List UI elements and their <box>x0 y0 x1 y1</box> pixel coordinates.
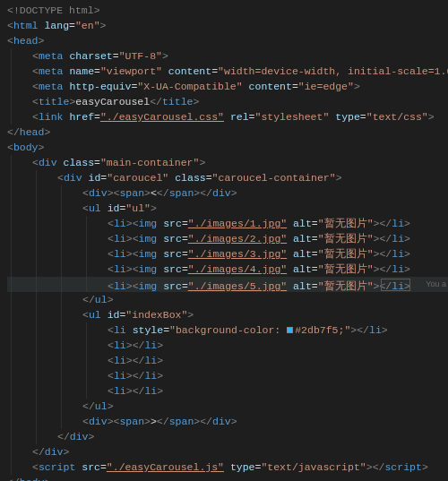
code-line[interactable]: </head> <box>7 125 448 140</box>
code-line[interactable]: <meta http-equiv="X-UA-Compatible" conte… <box>7 79 448 94</box>
code-line[interactable]: <li></li> <box>7 338 448 353</box>
code-line[interactable]: <div id="caroucel" class="caroucel-conta… <box>7 170 448 185</box>
code-line[interactable]: </div> <box>7 429 448 444</box>
code-line[interactable]: <li></li> <box>7 368 448 383</box>
code-line[interactable]: </ul> <box>7 399 448 414</box>
code-line[interactable]: <!DOCTYPE html> <box>7 3 448 18</box>
code-line[interactable]: <ul id="ul"> <box>7 201 448 216</box>
code-line[interactable]: <div><span>></span></div> <box>7 414 448 429</box>
code-line[interactable]: <li></li> <box>7 383 448 399</box>
code-line[interactable]: <li><img src="./images/5.jpg" alt="暂无图片"… <box>7 277 448 292</box>
code-line[interactable]: <meta charset="UTF-8"> <box>7 48 448 64</box>
code-line[interactable]: </body> <box>7 475 448 481</box>
code-line[interactable]: <body> <box>7 140 448 155</box>
code-editor[interactable]: <!DOCTYPE html><html lang="en"><head><me… <box>0 0 448 481</box>
code-line[interactable]: <li style="background-color: #2db7f5;"><… <box>7 322 448 338</box>
code-line[interactable]: <script src="./easyCarousel.js" type="te… <box>7 460 448 475</box>
code-line[interactable]: <li><img src="./images/2.jpg" alt="暂无图片"… <box>7 231 448 246</box>
code-line[interactable]: </ul> <box>7 292 448 307</box>
code-line[interactable]: <div class="main-container"> <box>7 155 448 170</box>
minimap-hint: You a <box>426 277 446 292</box>
code-line[interactable]: <div><span><</span></div> <box>7 185 448 201</box>
code-line[interactable]: <li><img src="./images/3.jpg" alt="暂无图片"… <box>7 246 448 262</box>
code-line[interactable]: <html lang="en"> <box>7 18 448 33</box>
code-line[interactable]: <ul id="indexBox"> <box>7 307 448 322</box>
code-line[interactable]: </div> <box>7 444 448 460</box>
code-line[interactable]: <meta name="viewport" content="width=dev… <box>7 64 448 79</box>
code-line[interactable]: <li><img src="./images/1.jpg" alt="暂无图片"… <box>7 216 448 231</box>
code-line[interactable]: <li></li> <box>7 353 448 368</box>
code-line[interactable]: <head> <box>7 33 448 48</box>
code-line[interactable]: <li><img src="./images/4.jpg" alt="暂无图片"… <box>7 262 448 277</box>
code-line[interactable]: <link href="./easyCarousel.css" rel="sty… <box>7 109 448 125</box>
code-line[interactable]: <title>easyCarousel</title> <box>7 94 448 109</box>
